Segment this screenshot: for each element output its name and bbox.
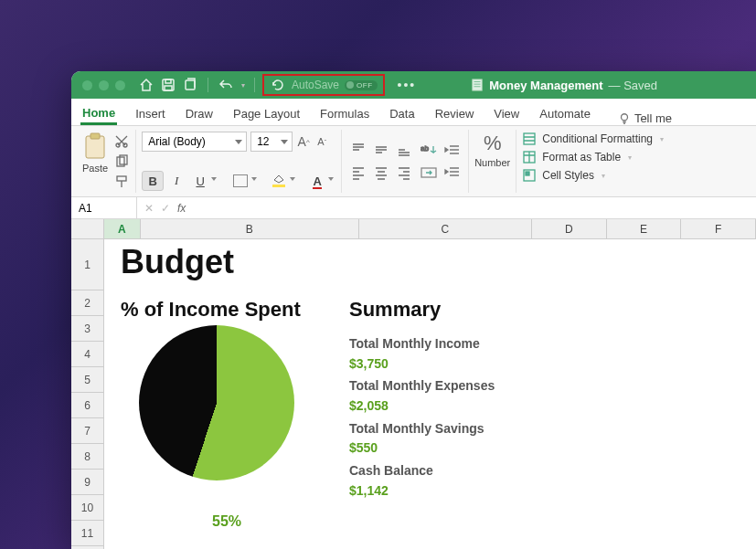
underline-dropdown-icon[interactable] [211,177,218,185]
align-center-icon[interactable] [370,163,392,183]
svg-rect-15 [524,133,535,144]
font-name-combo[interactable]: Arial (Body) [142,132,247,152]
chevron-down-icon: ▾ [628,153,632,162]
column-header-d[interactable]: D [532,219,607,238]
font-color-dropdown-icon[interactable] [328,177,335,185]
minimize-window-button[interactable] [99,80,109,90]
percent-spent-header: % of Income Spent [121,298,301,322]
align-left-icon[interactable] [347,163,369,183]
number-format-button[interactable]: % Number [474,132,510,168]
sheet-body: 1 2 3 4 5 6 7 8 9 10 11 Budget % of Inco… [71,239,756,549]
font-color-icon: A [313,174,321,188]
styles-group: Conditional Formatting ▾ Format as Table… [516,130,669,193]
tab-home[interactable]: Home [80,100,117,125]
row-header-4[interactable]: 4 [71,342,103,367]
select-all-corner[interactable] [71,219,104,238]
cut-icon[interactable] [113,133,130,150]
increase-font-icon[interactable]: A^ [296,134,311,149]
number-label: Number [474,157,510,168]
name-box[interactable]: A1 [71,197,137,218]
conditional-formatting-label: Conditional Formatting [542,132,653,145]
enter-formula-icon[interactable]: ✓ [161,202,170,215]
cancel-formula-icon[interactable]: ✕ [144,202,154,215]
row-header-3[interactable]: 3 [71,316,103,342]
row-header-2[interactable]: 2 [71,290,103,316]
fill-color-button[interactable] [268,171,290,191]
font-size-combo[interactable]: 12 [250,132,293,152]
font-color-button[interactable]: A [306,171,328,191]
column-header-b[interactable]: B [141,219,359,238]
table-icon [522,150,537,164]
wrap-text-icon[interactable]: ab [419,142,439,160]
copy-icon[interactable] [113,153,130,170]
merge-cells-icon[interactable] [419,164,439,182]
svg-point-5 [621,113,627,120]
tab-view[interactable]: View [492,101,521,125]
zoom-window-button[interactable] [115,80,125,90]
format-as-table-button[interactable]: Format as Table ▾ [522,150,664,164]
pie-chart[interactable] [139,325,294,480]
tab-page-layout[interactable]: Page Layout [231,101,302,125]
home-icon[interactable] [138,77,154,93]
align-bottom-icon[interactable] [393,140,415,160]
tab-review[interactable]: Review [433,101,476,125]
font-size-value: 12 [257,135,269,148]
undo-icon[interactable] [218,77,234,93]
column-header-c[interactable]: C [359,219,532,238]
align-top-icon[interactable] [347,140,369,160]
tab-data[interactable]: Data [388,101,416,125]
clipboard-group: Paste [77,130,136,193]
row-header-1[interactable]: 1 [71,239,103,290]
tab-automate[interactable]: Automate [538,101,592,125]
tab-formulas[interactable]: Formulas [318,101,371,125]
document-title: Money Management — Saved [471,79,657,92]
cell-reference: A1 [79,202,92,215]
cell-styles-icon [522,168,537,183]
sheet-content[interactable]: Budget % of Income Spent Summary 55% Tot… [104,239,756,549]
decrease-font-icon[interactable]: Aˇ [314,134,329,149]
row-header-9[interactable]: 9 [71,470,103,495]
row-header-11[interactable]: 11 [71,521,103,546]
column-header-a[interactable]: A [104,219,141,238]
more-menu-icon[interactable]: ••• [398,78,417,92]
summary-label: Total Monthly Savings [349,419,495,439]
italic-button[interactable]: I [165,171,187,191]
row-header-8[interactable]: 8 [71,444,103,470]
format-painter-icon[interactable] [113,174,130,190]
conditional-formatting-button[interactable]: Conditional Formatting ▾ [522,132,664,146]
row-header-7[interactable]: 7 [71,418,103,444]
column-header-f[interactable]: F [681,219,756,238]
alignment-group: ab [342,130,469,193]
summary-value: $550 [349,438,495,459]
border-dropdown-icon[interactable] [251,177,259,185]
align-middle-icon[interactable] [370,140,392,160]
paste-button[interactable]: Paste [82,132,108,191]
save-icon[interactable] [160,77,176,93]
save-copy-icon[interactable] [182,77,198,93]
bold-button[interactable]: B [142,171,164,191]
fx-label[interactable]: fx [177,202,186,215]
cell-styles-button[interactable]: Cell Styles ▾ [522,168,664,183]
sync-icon[interactable] [270,77,286,93]
row-header-10[interactable]: 10 [71,495,103,521]
decrease-indent-icon[interactable] [442,142,463,160]
undo-dropdown-icon[interactable]: ▾ [241,81,245,90]
fill-swatch [272,185,285,187]
border-button[interactable] [229,171,251,191]
column-header-e[interactable]: E [607,219,682,238]
fill-dropdown-icon[interactable] [290,177,297,185]
summary-label: Cash Balance [349,461,495,481]
svg-text:ab: ab [421,144,429,153]
row-header-6[interactable]: 6 [71,393,103,418]
increase-indent-icon[interactable] [442,164,463,182]
tab-draw[interactable]: Draw [184,101,215,125]
window-controls [71,80,125,90]
tell-me[interactable]: Tell me [618,111,672,125]
close-window-button[interactable] [82,80,92,90]
autosave-toggle[interactable]: OFF [345,80,378,90]
tab-insert[interactable]: Insert [133,101,167,125]
svg-rect-3 [186,80,195,90]
underline-button[interactable]: U [189,171,211,191]
row-header-5[interactable]: 5 [71,367,103,393]
align-right-icon[interactable] [393,163,415,183]
